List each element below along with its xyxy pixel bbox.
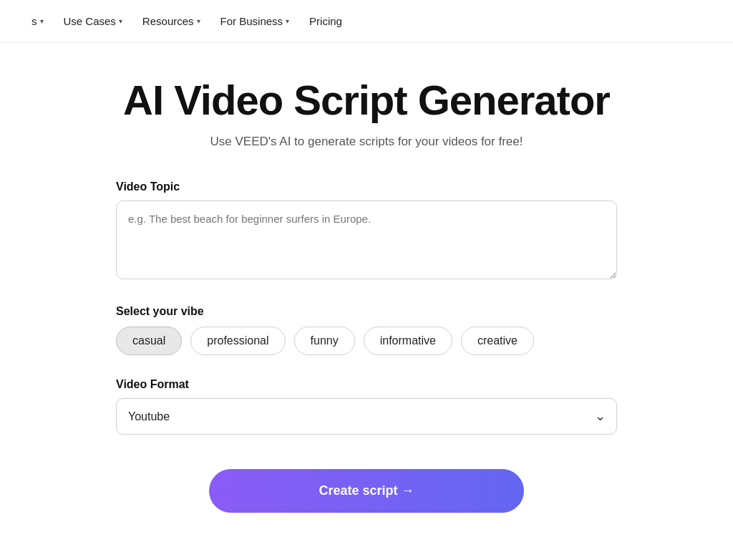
nav-chevron-s: ▾ [40,17,44,25]
create-script-button[interactable]: Create script → [209,469,524,513]
navigation: s ▾ Use Cases ▾ Resources ▾ For Business… [0,0,733,43]
nav-label-s: s [31,15,37,27]
format-select[interactable]: Youtube TikTok Instagram Reel YouTube Sh… [116,398,617,435]
nav-item-resources[interactable]: Resources ▾ [134,9,209,33]
nav-chevron-for-business: ▾ [286,17,289,25]
nav-item-s[interactable]: s ▾ [23,9,52,33]
nav-label-for-business: For Business [220,15,283,27]
vibe-options-group: casual professional funny informative cr… [116,327,617,355]
nav-item-use-cases[interactable]: Use Cases ▾ [55,9,131,33]
topic-label: Video Topic [116,180,617,193]
nav-label-pricing: Pricing [309,15,342,27]
video-format-section: Video Format Youtube TikTok Instagram Re… [116,378,617,435]
format-label: Video Format [116,378,617,391]
nav-label-resources: Resources [142,15,194,27]
topic-input[interactable] [116,201,617,279]
page-title: AI Video Script Generator [123,77,610,123]
video-topic-section: Video Topic [116,180,617,282]
form-container: Video Topic Select your vibe casual prof… [116,180,617,435]
create-script-label: Create script → [319,483,414,498]
vibe-section: Select your vibe casual professional fun… [116,305,617,355]
nav-chevron-use-cases: ▾ [119,17,122,25]
vibe-funny[interactable]: funny [294,327,355,355]
nav-chevron-resources: ▾ [197,17,200,25]
main-content: AI Video Script Generator Use VEED's AI … [0,43,733,556]
vibe-casual[interactable]: casual [116,327,182,355]
vibe-informative[interactable]: informative [364,327,452,355]
format-select-wrapper: Youtube TikTok Instagram Reel YouTube Sh… [116,398,617,435]
nav-item-pricing[interactable]: Pricing [301,9,351,33]
page-subtitle: Use VEED's AI to generate scripts for yo… [210,135,523,149]
vibe-creative[interactable]: creative [461,327,534,355]
vibe-professional[interactable]: professional [190,327,285,355]
vibe-label: Select your vibe [116,305,617,318]
nav-item-for-business[interactable]: For Business ▾ [212,9,298,33]
nav-label-use-cases: Use Cases [64,15,116,27]
